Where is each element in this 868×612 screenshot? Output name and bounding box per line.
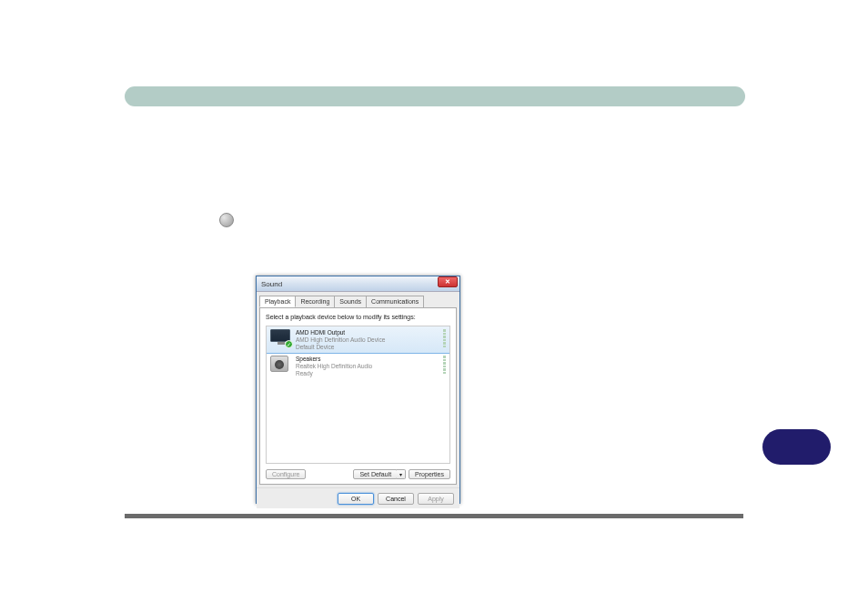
device-item-hdmi[interactable]: ✓ AMD HDMI Output AMD High Definition Au… [266,326,450,354]
content-button-row: Configure Set Default ▾ Properties [266,469,450,479]
cancel-button[interactable]: Cancel [378,493,414,505]
chevron-down-icon: ▾ [399,472,402,477]
tabstrip: Playback Recording Sounds Communications [257,292,459,307]
device-list: ✓ AMD HDMI Output AMD High Definition Au… [266,326,450,464]
floating-button[interactable] [762,429,831,465]
close-icon: ✕ [445,278,450,286]
sound-dialog: Sound ✕ Playback Recording Sounds Commun… [256,276,460,504]
set-default-button[interactable]: Set Default [353,469,398,479]
device-status: Ready [296,370,438,377]
monitor-icon: ✓ [270,329,292,347]
tab-sounds[interactable]: Sounds [334,296,367,307]
titlebar[interactable]: Sound ✕ [257,276,459,292]
device-status: Default Device [296,344,438,351]
device-name: AMD HDMI Output [296,329,438,336]
instruction-text: Select a playback device below to modify… [266,314,450,320]
device-description: AMD High Definition Audio Device [296,336,438,344]
device-info: AMD HDMI Output AMD High Definition Audi… [296,329,438,350]
speaker-icon [270,356,292,374]
volume-tray-icon [219,213,234,227]
device-name: Speakers [296,356,438,363]
default-check-icon: ✓ [285,340,293,348]
divider-bar [125,514,743,518]
tab-content: Select a playback device below to modify… [259,307,457,485]
dialog-footer: OK Cancel Apply [257,487,459,508]
header-bar [125,86,745,106]
close-button[interactable]: ✕ [438,276,458,287]
level-meter [443,329,446,347]
ok-button[interactable]: OK [338,493,374,505]
set-default-dropdown[interactable]: ▾ [397,469,406,479]
tab-recording[interactable]: Recording [295,296,335,307]
device-info: Speakers Realtek High Definition Audio R… [296,356,438,376]
configure-button[interactable]: Configure [266,469,306,479]
tab-communications[interactable]: Communications [366,296,424,307]
properties-button[interactable]: Properties [409,469,450,479]
device-item-speakers[interactable]: Speakers Realtek High Definition Audio R… [267,353,449,379]
device-description: Realtek High Definition Audio [296,363,438,370]
apply-button[interactable]: Apply [418,493,454,505]
level-meter [443,356,446,374]
tab-playback[interactable]: Playback [259,296,296,307]
dialog-title: Sound [261,280,282,288]
